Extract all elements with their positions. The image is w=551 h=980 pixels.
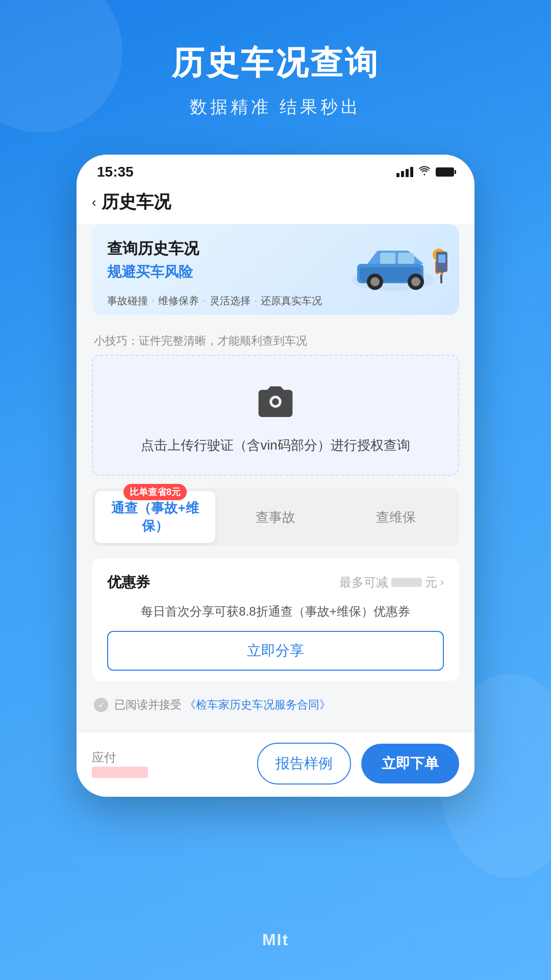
agreement-checkbox[interactable]: ✓ <box>94 698 108 712</box>
nav-title: 历史车况 <box>102 190 171 214</box>
banner: 查询历史车况 规避买车风险 事故碰撞 · 维修保养 · 灵活选择 · 还原真实车… <box>92 224 459 315</box>
agreement-text: 已阅读并接受 《检车家历史车况服务合同》 <box>114 697 331 713</box>
banner-title: 查询历史车况 <box>107 238 444 259</box>
price-label: 应付 <box>92 749 247 766</box>
share-button[interactable]: 立即分享 <box>107 631 444 671</box>
battery-icon <box>436 167 454 177</box>
coupon-section: 优惠券 最多可减 元 › 每日首次分享可获8.8折通查（事故+维保）优惠券 立即… <box>92 558 459 681</box>
page-main-title: 历史车况查询 <box>20 41 531 85</box>
price-area: 应付 <box>92 749 247 778</box>
status-bar: 15:35 <box>77 155 474 185</box>
banner-text: 查询历史车况 规避买车风险 事故碰撞 · 维修保养 · 灵活选择 · 还原真实车… <box>107 238 444 315</box>
banner-tags: 事故碰撞 · 维修保养 · 灵活选择 · 还原真实车况 <box>107 289 444 315</box>
tab-badge-comprehensive: 比单查省8元 <box>123 484 187 500</box>
coupon-amount-prefix: 最多可减 <box>339 574 388 591</box>
banner-subtitle: 规避买车风险 <box>107 262 444 282</box>
upload-area[interactable]: 点击上传行驶证（含vin码部分）进行授权查询 <box>92 355 459 476</box>
phone-frame: 15:35 ‹ 历史车况 <box>77 155 474 797</box>
tab-comprehensive[interactable]: 比单查省8元 通查（事故+维保） <box>95 491 215 543</box>
sample-button[interactable]: 报告样例 <box>257 743 351 785</box>
wifi-icon <box>418 165 431 179</box>
bottom-bar: 应付 报告样例 立即下单 <box>77 732 474 797</box>
banner-tag-3: 灵活选择 <box>210 294 251 308</box>
agreement-link[interactable]: 《检车家历史车况服务合同》 <box>185 698 331 711</box>
banner-tag-1: 事故碰撞 <box>107 294 148 308</box>
check-icon: ✓ <box>98 700 105 710</box>
camera-icon <box>255 381 296 424</box>
nav-bar: ‹ 历史车况 <box>77 185 474 224</box>
coupon-label: 优惠券 <box>107 573 150 592</box>
banner-tag-4: 还原真实车况 <box>261 294 322 308</box>
watermark-text: MIt <box>0 930 551 949</box>
agreement-row: ✓ 已阅读并接受 《检车家历史车况服务合同》 <box>92 689 459 717</box>
back-button[interactable]: ‹ <box>92 194 96 210</box>
price-value <box>92 767 148 778</box>
app-content: 查询历史车况 规避买车风险 事故碰撞 · 维修保养 · 灵活选择 · 还原真实车… <box>77 224 474 732</box>
chevron-right-icon: › <box>440 576 444 589</box>
tab-accident[interactable]: 查事故 <box>215 500 336 534</box>
status-time: 15:35 <box>97 164 134 180</box>
signal-icon <box>396 167 413 177</box>
status-icons <box>396 165 454 179</box>
coupon-amount-suffix: 元 <box>425 574 437 591</box>
tab-maintenance[interactable]: 查维保 <box>336 500 456 534</box>
upload-text: 点击上传行驶证（含vin码部分）进行授权查询 <box>141 436 410 454</box>
coupon-amount-value <box>391 578 422 587</box>
banner-tag-2: 维修保养 <box>158 294 199 308</box>
coupon-promo-text: 每日首次分享可获8.8折通查（事故+维保）优惠券 <box>107 602 444 621</box>
tabs-container: 比单查省8元 通查（事故+维保） 查事故 查维保 <box>92 488 459 546</box>
coupon-amount: 最多可减 元 › <box>339 574 444 591</box>
coupon-row[interactable]: 优惠券 最多可减 元 › <box>107 573 444 592</box>
tip-text: 小技巧：证件完整清晰，才能顺利查到车况 <box>92 327 459 355</box>
page-subtitle: 数据精准 结果秒出 <box>20 95 531 119</box>
header-area: 历史车况查询 数据精准 结果秒出 <box>0 0 551 139</box>
order-button[interactable]: 立即下单 <box>361 744 459 783</box>
